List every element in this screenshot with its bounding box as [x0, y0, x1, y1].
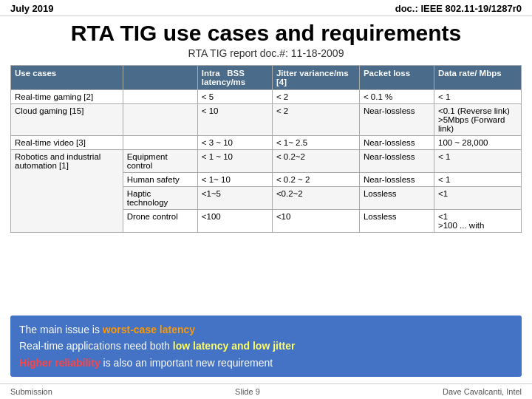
cell-sub: [123, 136, 197, 150]
table-header-row: Use cases Intra BSS latency/ms Jitter va…: [11, 66, 522, 90]
col-intra: Intra BSS latency/ms: [197, 66, 272, 90]
cell-sub: [123, 90, 197, 104]
cell-packet: Lossless: [359, 187, 434, 210]
cell-jitter: < 2: [272, 104, 359, 136]
cell-packet: Near-lossless: [359, 150, 434, 173]
footer-center: Slide 9: [235, 387, 260, 396]
cell-jitter: <0.2~2: [272, 187, 359, 210]
cell-intra: < 1~ 10: [197, 173, 272, 187]
cell-intra: < 3 ~ 10: [197, 136, 272, 150]
highlight-line3-suffix: is also an important new requirement: [100, 357, 273, 369]
cell-intra: <100: [197, 210, 272, 233]
cell-jitter: < 0.2~2: [272, 150, 359, 173]
cell-data: <1: [434, 187, 521, 210]
highlight-line1-text: worst-case latency: [103, 324, 195, 335]
highlight-line2-prefix: Real-time applications need both: [19, 340, 173, 352]
cell-packet: Near-lossless: [359, 104, 434, 136]
cell-packet: < 0.1 %: [359, 90, 434, 104]
header-bar: July 2019 doc.: IEEE 802.11-19/1287r0: [0, 0, 532, 16]
col-sub: [123, 66, 197, 90]
cell-use-case: Real-time gaming [2]: [11, 90, 123, 104]
cell-jitter: < 1~ 2.5: [272, 136, 359, 150]
requirements-table: Use cases Intra BSS latency/ms Jitter va…: [10, 65, 522, 233]
cell-sub: [123, 104, 197, 136]
cell-jitter: < 2: [272, 90, 359, 104]
cell-packet: Near-lossless: [359, 173, 434, 187]
cell-data: 100 ~ 28,000: [434, 136, 521, 150]
table-row: Cloud gaming [15] < 10 < 2 Near-lossless…: [11, 104, 522, 136]
cell-data: < 1: [434, 150, 521, 173]
col-jitter: Jitter variance/ms [4]: [272, 66, 359, 90]
highlight-line3-text: Higher reliability: [19, 357, 100, 369]
cell-sub: Human safety: [123, 173, 197, 187]
col-data-rate: Data rate/ Mbps: [434, 66, 521, 90]
cell-use-case: Real-time video [3]: [11, 136, 123, 150]
cell-data: < 1: [434, 173, 521, 187]
cell-use-case: Cloud gaming [15]: [11, 104, 123, 136]
table-body: Real-time gaming [2] < 5 < 2 < 0.1 % < 1…: [11, 90, 522, 233]
footer-left: Submission: [10, 387, 52, 396]
table-row: Robotics and industrial automation [1] E…: [11, 150, 522, 173]
cell-jitter: < 0.2 ~ 2: [272, 173, 359, 187]
cell-data: < 1: [434, 90, 521, 104]
highlight-line1-prefix: The main issue is: [19, 324, 103, 335]
cell-data: <0.1 (Reverse link) >5Mbps (Forward link…: [434, 104, 521, 136]
cell-data: <1>100 ... with: [434, 210, 521, 233]
doc-ref-label: doc.: IEEE 802.11-19/1287r0: [395, 3, 522, 14]
footer-bar: Submission Slide 9 Dave Cavalcanti, Inte…: [0, 383, 532, 399]
cell-use-case-robotics: Robotics and industrial automation [1]: [11, 150, 123, 233]
cell-packet: Near-lossless: [359, 136, 434, 150]
table-container: Use cases Intra BSS latency/ms Jitter va…: [0, 65, 532, 233]
date-label: July 2019: [10, 3, 54, 14]
col-use-cases: Use cases: [11, 66, 123, 90]
cell-jitter: <10: [272, 210, 359, 233]
cell-sub: Drone control: [123, 210, 197, 233]
cell-intra: <1~5: [197, 187, 272, 210]
cell-packet: Lossless: [359, 210, 434, 233]
highlight-box: The main issue is worst-case latency Rea…: [10, 316, 522, 377]
cell-sub: Equipment control: [123, 150, 197, 173]
cell-sub: Haptic technology: [123, 187, 197, 210]
cell-intra: < 10: [197, 104, 272, 136]
cell-intra: < 1 ~ 10: [197, 150, 272, 173]
cell-intra: < 5: [197, 90, 272, 104]
main-title: RTA TIG use cases and requirements: [0, 21, 532, 46]
col-packet-loss: Packet loss: [359, 66, 434, 90]
footer-right: Dave Cavalcanti, Intel: [443, 387, 522, 396]
table-row: Real-time gaming [2] < 5 < 2 < 0.1 % < 1: [11, 90, 522, 104]
table-row: Real-time video [3] < 3 ~ 10 < 1~ 2.5 Ne…: [11, 136, 522, 150]
sub-title: RTA TIG report doc.#: 11-18-2009: [0, 47, 532, 59]
highlight-line2-text: low latency and low jitter: [173, 340, 296, 352]
